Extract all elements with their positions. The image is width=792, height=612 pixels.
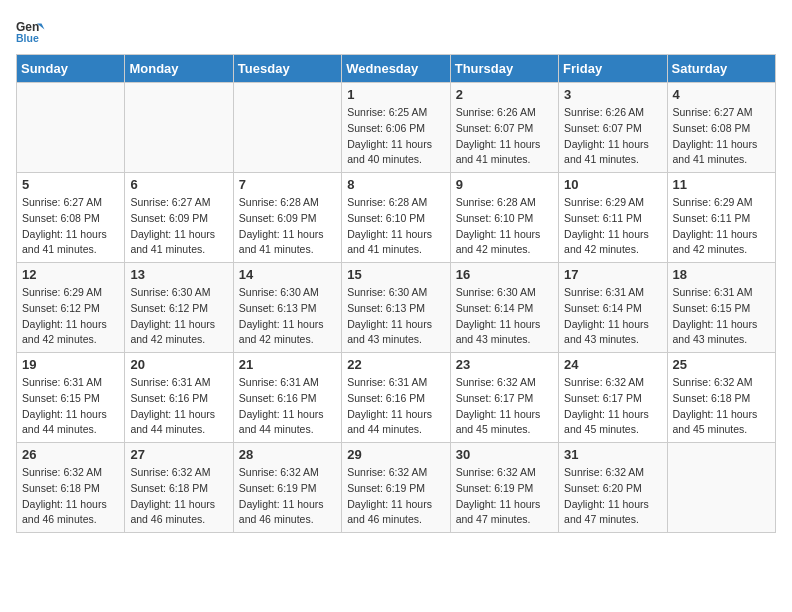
day-detail: Sunrise: 6:29 AMSunset: 6:11 PMDaylight:… xyxy=(673,195,770,258)
day-cell: 25Sunrise: 6:32 AMSunset: 6:18 PMDayligh… xyxy=(667,353,775,443)
day-number: 2 xyxy=(456,87,553,102)
day-cell: 15Sunrise: 6:30 AMSunset: 6:13 PMDayligh… xyxy=(342,263,450,353)
day-number: 5 xyxy=(22,177,119,192)
day-detail: Sunrise: 6:30 AMSunset: 6:12 PMDaylight:… xyxy=(130,285,227,348)
day-number: 7 xyxy=(239,177,336,192)
week-row-1: 1Sunrise: 6:25 AMSunset: 6:06 PMDaylight… xyxy=(17,83,776,173)
day-cell: 16Sunrise: 6:30 AMSunset: 6:14 PMDayligh… xyxy=(450,263,558,353)
day-number: 13 xyxy=(130,267,227,282)
day-number: 6 xyxy=(130,177,227,192)
logo-icon: Gen Blue xyxy=(16,16,46,46)
day-detail: Sunrise: 6:32 AMSunset: 6:18 PMDaylight:… xyxy=(673,375,770,438)
day-cell: 28Sunrise: 6:32 AMSunset: 6:19 PMDayligh… xyxy=(233,443,341,533)
weekday-header-row: SundayMondayTuesdayWednesdayThursdayFrid… xyxy=(17,55,776,83)
day-number: 4 xyxy=(673,87,770,102)
day-detail: Sunrise: 6:32 AMSunset: 6:17 PMDaylight:… xyxy=(564,375,661,438)
day-detail: Sunrise: 6:31 AMSunset: 6:16 PMDaylight:… xyxy=(130,375,227,438)
day-cell: 19Sunrise: 6:31 AMSunset: 6:15 PMDayligh… xyxy=(17,353,125,443)
weekday-header-wednesday: Wednesday xyxy=(342,55,450,83)
day-detail: Sunrise: 6:32 AMSunset: 6:17 PMDaylight:… xyxy=(456,375,553,438)
day-number: 25 xyxy=(673,357,770,372)
day-cell: 23Sunrise: 6:32 AMSunset: 6:17 PMDayligh… xyxy=(450,353,558,443)
day-number: 9 xyxy=(456,177,553,192)
day-number: 11 xyxy=(673,177,770,192)
day-number: 12 xyxy=(22,267,119,282)
day-detail: Sunrise: 6:32 AMSunset: 6:19 PMDaylight:… xyxy=(456,465,553,528)
day-number: 3 xyxy=(564,87,661,102)
weekday-header-monday: Monday xyxy=(125,55,233,83)
day-number: 27 xyxy=(130,447,227,462)
day-number: 28 xyxy=(239,447,336,462)
day-number: 24 xyxy=(564,357,661,372)
weekday-header-friday: Friday xyxy=(559,55,667,83)
day-detail: Sunrise: 6:32 AMSunset: 6:19 PMDaylight:… xyxy=(239,465,336,528)
day-detail: Sunrise: 6:25 AMSunset: 6:06 PMDaylight:… xyxy=(347,105,444,168)
day-detail: Sunrise: 6:32 AMSunset: 6:19 PMDaylight:… xyxy=(347,465,444,528)
day-cell: 20Sunrise: 6:31 AMSunset: 6:16 PMDayligh… xyxy=(125,353,233,443)
day-detail: Sunrise: 6:26 AMSunset: 6:07 PMDaylight:… xyxy=(564,105,661,168)
day-number: 1 xyxy=(347,87,444,102)
day-cell: 26Sunrise: 6:32 AMSunset: 6:18 PMDayligh… xyxy=(17,443,125,533)
day-cell: 2Sunrise: 6:26 AMSunset: 6:07 PMDaylight… xyxy=(450,83,558,173)
day-cell: 17Sunrise: 6:31 AMSunset: 6:14 PMDayligh… xyxy=(559,263,667,353)
svg-text:Blue: Blue xyxy=(16,32,39,44)
week-row-5: 26Sunrise: 6:32 AMSunset: 6:18 PMDayligh… xyxy=(17,443,776,533)
day-cell: 3Sunrise: 6:26 AMSunset: 6:07 PMDaylight… xyxy=(559,83,667,173)
day-detail: Sunrise: 6:30 AMSunset: 6:13 PMDaylight:… xyxy=(347,285,444,348)
day-number: 17 xyxy=(564,267,661,282)
day-detail: Sunrise: 6:31 AMSunset: 6:14 PMDaylight:… xyxy=(564,285,661,348)
day-number: 14 xyxy=(239,267,336,282)
logo: Gen Blue xyxy=(16,16,50,46)
day-cell: 6Sunrise: 6:27 AMSunset: 6:09 PMDaylight… xyxy=(125,173,233,263)
day-cell: 31Sunrise: 6:32 AMSunset: 6:20 PMDayligh… xyxy=(559,443,667,533)
day-detail: Sunrise: 6:32 AMSunset: 6:18 PMDaylight:… xyxy=(22,465,119,528)
day-number: 29 xyxy=(347,447,444,462)
day-cell: 10Sunrise: 6:29 AMSunset: 6:11 PMDayligh… xyxy=(559,173,667,263)
day-number: 20 xyxy=(130,357,227,372)
day-cell: 1Sunrise: 6:25 AMSunset: 6:06 PMDaylight… xyxy=(342,83,450,173)
day-detail: Sunrise: 6:26 AMSunset: 6:07 PMDaylight:… xyxy=(456,105,553,168)
day-cell: 14Sunrise: 6:30 AMSunset: 6:13 PMDayligh… xyxy=(233,263,341,353)
weekday-header-thursday: Thursday xyxy=(450,55,558,83)
day-number: 31 xyxy=(564,447,661,462)
day-number: 18 xyxy=(673,267,770,282)
day-number: 30 xyxy=(456,447,553,462)
page-header: Gen Blue xyxy=(16,16,776,46)
weekday-header-saturday: Saturday xyxy=(667,55,775,83)
day-detail: Sunrise: 6:29 AMSunset: 6:11 PMDaylight:… xyxy=(564,195,661,258)
day-cell: 27Sunrise: 6:32 AMSunset: 6:18 PMDayligh… xyxy=(125,443,233,533)
day-cell: 30Sunrise: 6:32 AMSunset: 6:19 PMDayligh… xyxy=(450,443,558,533)
day-cell xyxy=(667,443,775,533)
day-detail: Sunrise: 6:27 AMSunset: 6:09 PMDaylight:… xyxy=(130,195,227,258)
day-detail: Sunrise: 6:31 AMSunset: 6:15 PMDaylight:… xyxy=(22,375,119,438)
week-row-4: 19Sunrise: 6:31 AMSunset: 6:15 PMDayligh… xyxy=(17,353,776,443)
day-number: 26 xyxy=(22,447,119,462)
day-number: 21 xyxy=(239,357,336,372)
day-cell: 7Sunrise: 6:28 AMSunset: 6:09 PMDaylight… xyxy=(233,173,341,263)
day-cell: 12Sunrise: 6:29 AMSunset: 6:12 PMDayligh… xyxy=(17,263,125,353)
day-cell: 5Sunrise: 6:27 AMSunset: 6:08 PMDaylight… xyxy=(17,173,125,263)
day-number: 23 xyxy=(456,357,553,372)
day-cell: 29Sunrise: 6:32 AMSunset: 6:19 PMDayligh… xyxy=(342,443,450,533)
day-cell: 8Sunrise: 6:28 AMSunset: 6:10 PMDaylight… xyxy=(342,173,450,263)
day-number: 16 xyxy=(456,267,553,282)
day-detail: Sunrise: 6:29 AMSunset: 6:12 PMDaylight:… xyxy=(22,285,119,348)
day-detail: Sunrise: 6:31 AMSunset: 6:15 PMDaylight:… xyxy=(673,285,770,348)
day-number: 15 xyxy=(347,267,444,282)
day-detail: Sunrise: 6:28 AMSunset: 6:10 PMDaylight:… xyxy=(456,195,553,258)
weekday-header-tuesday: Tuesday xyxy=(233,55,341,83)
day-cell: 9Sunrise: 6:28 AMSunset: 6:10 PMDaylight… xyxy=(450,173,558,263)
day-detail: Sunrise: 6:27 AMSunset: 6:08 PMDaylight:… xyxy=(22,195,119,258)
day-cell xyxy=(233,83,341,173)
day-cell: 13Sunrise: 6:30 AMSunset: 6:12 PMDayligh… xyxy=(125,263,233,353)
weekday-header-sunday: Sunday xyxy=(17,55,125,83)
week-row-2: 5Sunrise: 6:27 AMSunset: 6:08 PMDaylight… xyxy=(17,173,776,263)
day-number: 10 xyxy=(564,177,661,192)
day-detail: Sunrise: 6:28 AMSunset: 6:10 PMDaylight:… xyxy=(347,195,444,258)
day-detail: Sunrise: 6:31 AMSunset: 6:16 PMDaylight:… xyxy=(347,375,444,438)
day-cell: 4Sunrise: 6:27 AMSunset: 6:08 PMDaylight… xyxy=(667,83,775,173)
day-cell: 22Sunrise: 6:31 AMSunset: 6:16 PMDayligh… xyxy=(342,353,450,443)
day-number: 19 xyxy=(22,357,119,372)
day-detail: Sunrise: 6:30 AMSunset: 6:13 PMDaylight:… xyxy=(239,285,336,348)
day-detail: Sunrise: 6:28 AMSunset: 6:09 PMDaylight:… xyxy=(239,195,336,258)
